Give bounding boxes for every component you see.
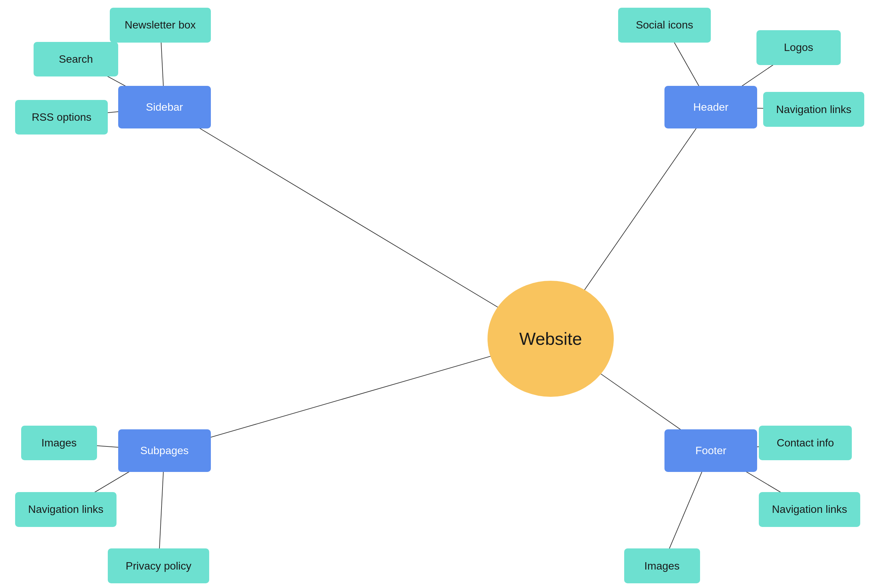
- node-social: Social icons: [618, 8, 711, 43]
- node-privacy: Privacy policy: [108, 548, 209, 583]
- node-logos: Logos: [757, 30, 841, 65]
- node-nav-footer: Navigation links: [759, 492, 860, 527]
- node-center: Website: [487, 281, 614, 397]
- node-footer: Footer: [665, 429, 757, 472]
- node-nav-header: Navigation links: [763, 92, 864, 127]
- node-sidebar: Sidebar: [118, 86, 211, 129]
- node-images-sub: Images: [21, 426, 97, 460]
- node-search: Search: [33, 42, 118, 77]
- node-header: Header: [665, 86, 757, 129]
- node-contact: Contact info: [759, 426, 851, 460]
- node-nav-sub: Navigation links: [15, 492, 116, 527]
- svg-line-0: [164, 107, 551, 339]
- node-rss: RSS options: [15, 100, 108, 135]
- mind-map-diagram: WebsiteSidebarHeaderSubpagesFooterSearch…: [0, 0, 877, 588]
- node-newsletter: Newsletter box: [110, 8, 211, 43]
- node-subpages: Subpages: [118, 429, 211, 472]
- node-images-footer: Images: [624, 548, 700, 583]
